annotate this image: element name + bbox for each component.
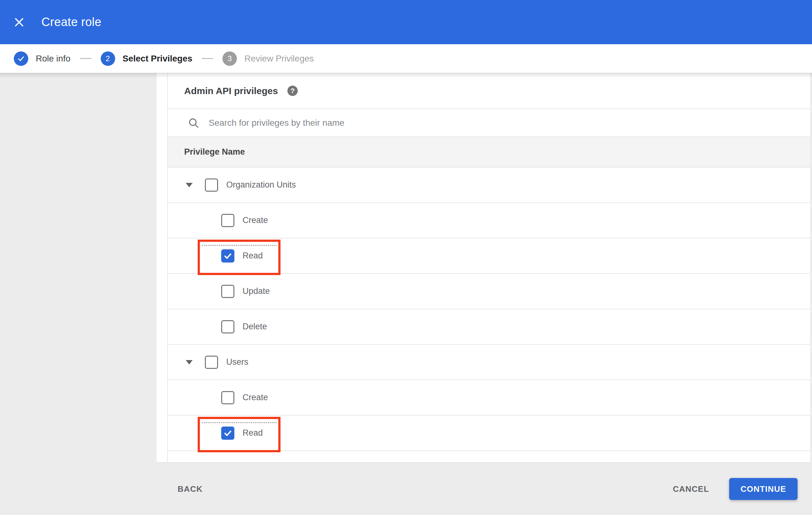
step-1-circle: [14, 52, 28, 66]
checkbox-read[interactable]: [221, 249, 234, 263]
dialog-footer: BACK CANCEL CONTINUE: [0, 463, 812, 515]
checkbox-users[interactable]: [205, 356, 218, 369]
privilege-name-header: Privilege Name: [168, 137, 810, 168]
search-icon: [187, 117, 200, 129]
privilege-label: Organization Units: [226, 180, 296, 190]
step-review-privileges[interactable]: 3 Review Privileges: [223, 52, 314, 66]
privilege-search-input[interactable]: [208, 118, 810, 128]
privilege-row-users: Users: [168, 345, 810, 380]
privilege-rows: Organization UnitsCreateReadUpdateDelete…: [168, 168, 810, 451]
step-connector: [202, 58, 213, 59]
privileges-panel: Admin API privileges ? Privilege Name Or…: [156, 73, 810, 463]
focus-dotted-line: [202, 245, 277, 246]
highlight-box: [198, 240, 281, 275]
step-connector: [80, 58, 91, 59]
step-label: Review Privileges: [244, 54, 314, 64]
privilege-row-create: Create: [168, 203, 810, 238]
checkbox-delete[interactable]: [221, 320, 234, 333]
check-icon: [223, 428, 233, 438]
privilege-row-delete: Delete: [168, 309, 810, 345]
create-role-dialog: Create role Role info 2 Select Privilege…: [0, 0, 812, 515]
empty-row-partial: [168, 451, 810, 463]
privilege-search-row: [168, 109, 810, 137]
checkbox-update[interactable]: [221, 285, 234, 298]
expand-arrow-icon[interactable]: [186, 183, 193, 187]
back-button[interactable]: BACK: [173, 481, 207, 497]
privilege-label: Create: [242, 393, 268, 402]
privilege-row-read: Read: [168, 238, 810, 274]
cancel-button[interactable]: CANCEL: [668, 481, 714, 497]
stepper: Role info 2 Select Privileges 3 Review P…: [0, 44, 812, 73]
check-icon: [17, 55, 25, 63]
privilege-row-read: Read: [168, 416, 810, 451]
panel-title-row: Admin API privileges ?: [168, 73, 810, 109]
step-label: Role info: [36, 54, 70, 64]
privilege-label: Users: [226, 357, 249, 367]
checkbox-read[interactable]: [221, 427, 234, 440]
step-role-info[interactable]: Role info: [14, 52, 70, 66]
checkbox-create[interactable]: [221, 391, 234, 404]
check-icon: [223, 251, 233, 261]
privilege-label: Read: [242, 251, 263, 261]
step-label: Select Privileges: [123, 54, 193, 64]
dialog-title: Create role: [41, 16, 102, 29]
privileges-panel-inner: Admin API privileges ? Privilege Name Or…: [167, 73, 810, 462]
help-icon[interactable]: ?: [287, 86, 298, 96]
step-2-circle: 2: [101, 52, 115, 66]
privilege-row-organization-units: Organization Units: [168, 168, 810, 203]
privilege-name-header-label: Privilege Name: [184, 147, 245, 157]
step-select-privileges[interactable]: 2 Select Privileges: [101, 52, 193, 66]
continue-button[interactable]: CONTINUE: [729, 478, 798, 500]
privilege-label: Delete: [242, 322, 267, 332]
privilege-label: Create: [242, 215, 268, 225]
close-button[interactable]: [14, 16, 28, 29]
highlight-box: [198, 417, 281, 452]
step-3-circle: 3: [223, 52, 237, 66]
checkbox-create[interactable]: [221, 214, 234, 227]
panel-title: Admin API privileges: [184, 86, 278, 96]
close-icon: [14, 17, 25, 28]
focus-dotted-line: [202, 422, 277, 423]
expand-arrow-icon[interactable]: [186, 360, 193, 364]
privilege-label: Update: [242, 286, 270, 296]
dialog-header: Create role: [0, 0, 812, 44]
privilege-row-create: Create: [168, 380, 810, 416]
privilege-label: Read: [242, 428, 263, 438]
checkbox-organization-units[interactable]: [205, 178, 218, 192]
privilege-row-update: Update: [168, 274, 810, 309]
